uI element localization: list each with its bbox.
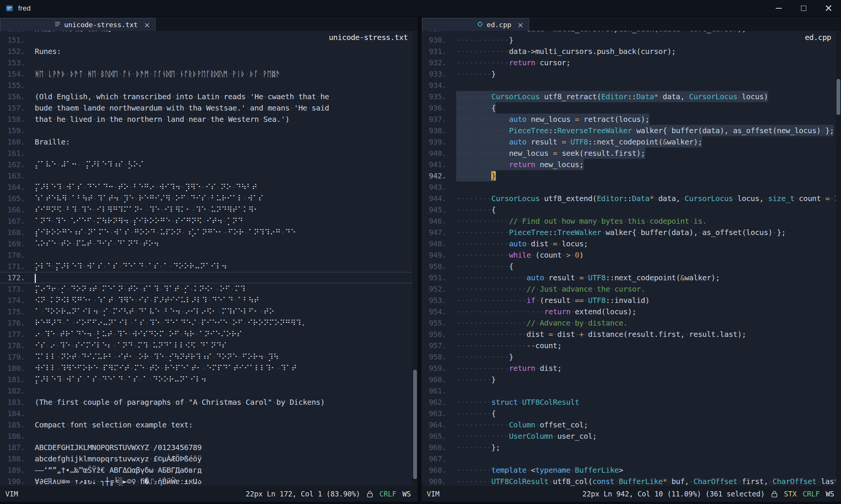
code-line[interactable]: 169.⠡⠕⠎⠑·⠞⠕·⠏⠥⠞·⠙⠊⠎·⠙⠁⠝⠙·⠞⠕⠲ — [0, 238, 418, 249]
code-line[interactable]: 935.········CursorLocus·utf8_retract(Edi… — [421, 91, 841, 102]
code-line[interactable]: 963.········{ — [421, 408, 841, 419]
code-line[interactable]: 937.············auto·new_locus·=·retract… — [421, 114, 841, 125]
code-line[interactable]: 957.················--count; — [421, 340, 841, 351]
code-line[interactable]: 955.················//·Advance·by·distan… — [421, 317, 841, 329]
line-text[interactable]: ········{ — [456, 102, 496, 114]
line-text[interactable]: ········} — [456, 170, 496, 181]
code-line[interactable]: 946.············//·Find·out·how·many·byt… — [421, 215, 841, 227]
code-line[interactable]: 944.········CursorLocus·utf8_extend(Edit… — [421, 193, 841, 204]
code-line[interactable]: 931.············data->multi_cursors.push… — [421, 46, 841, 57]
maximize-button[interactable] — [791, 0, 816, 16]
line-text[interactable]: ⠎⠊⠛⠝⠫·⠃⠹·⠹⠑·⠊⠇⠻⠛⠹⠍⠁⠝⠂·⠹⠑·⠊⠇⠻⠅⠂·⠹⠑·⠥⠝⠙⠻⠞⠁… — [35, 204, 259, 215]
minimize-button[interactable] — [766, 0, 791, 16]
code-line[interactable]: 175.⠁·⠙⠕⠕⠗⠤⠝⠁⠊⠇⠲·⡊·⠍⠊⠣⠞·⠙⠁⠧⠑·⠃⠑⠲·⠔⠊⠇⠔⠫⠂·… — [0, 306, 418, 317]
line-text[interactable]: ········} — [456, 374, 496, 385]
pane-divider[interactable] — [418, 17, 421, 502]
code-line[interactable]: 958.············} — [421, 351, 841, 363]
code-line[interactable]: 933.········} — [421, 68, 841, 80]
line-text[interactable]: ∀∂∈ℝ∧∪≡∞·↑↗↨↻⇣·┐┼╔╘░►☺♀·ﬁ�⑀₂ἠḂӥẄɐː⍎אԱა — [35, 476, 201, 486]
line-text[interactable]: ⠩⠁⠇⠇·⠝⠕⠞·⠙⠊⠌⠥⠗⠃·⠊⠞⠂·⠕⠗·⠹⠑·⡊⠳⠝⠞⠗⠹⠰⠎·⠙⠕⠝⠑·… — [35, 351, 278, 363]
editor-right[interactable]: 929.················data->multi_cursors.… — [421, 31, 841, 486]
tab-unicode-stress[interactable]: unicode-stress.txt × — [0, 18, 155, 31]
line-text[interactable]: ················dist·=·dist·+·distance(r… — [456, 329, 746, 340]
code-line[interactable]: 947.············PieceTree::TreeWalker·wa… — [421, 227, 841, 238]
code-line[interactable]: 950.············{ — [421, 261, 841, 272]
line-text[interactable]: ········} — [456, 68, 496, 80]
code-line[interactable]: 934. — [421, 80, 841, 91]
code-line[interactable]: 158.that·he·lived·in·the·northern·land·n… — [0, 114, 418, 125]
code-line[interactable]: 187.ABCDEFGHIJKLMNOPQRSTUVWXYZ·/01234567… — [0, 442, 418, 453]
line-text[interactable]: ⠊⠎·⠔·⠹⠑·⠎⠊⠍⠊⠇⠑⠆·⠁⠝⠙·⠍⠹·⠥⠝⠙⠁⠇⠇⠪⠫·⠙⠁⠝⠙⠎ — [35, 340, 227, 351]
code-line[interactable]: 952.················//·Just·advance·the·… — [421, 283, 841, 295]
line-text[interactable]: ⠪⠝·⠅⠝⠪⠇⠫⠛⠑⠂·⠱⠁⠞·⠹⠻⠑·⠊⠎·⠏⠜⠞⠊⠊⠥⠇⠜⠇⠹·⠙⠑⠁⠙·⠁… — [35, 295, 259, 306]
line-text[interactable]: Runes: — [35, 46, 61, 57]
line-text[interactable]: Compact·font·selection·example·text: — [35, 419, 193, 430]
line-text[interactable]: ············} — [456, 351, 514, 363]
code-line[interactable]: 177.⠔·⠹⠑·⠞⠗⠁⠙⠑⠲·⡃⠥⠞·⠹⠑·⠺⠊⠎⠙⠕⠍·⠕⠋·⠳⠗·⠁⠝⠊⠑… — [0, 329, 418, 340]
code-line[interactable]: 942.········} — [421, 170, 841, 181]
line-text[interactable]: ⡎⠊⠗⠕⠕⠛⠑⠰⠎·⠝⠁⠍⠑·⠺⠁⠎·⠛⠕⠕⠙·⠥⠏⠕⠝·⠰⡡⠁⠝⠛⠑⠂·⠋⠕⠗… — [35, 227, 296, 238]
line-text[interactable]: ⡍⠜⠇⠑⠹·⠺⠁⠎·⠙⠑⠁⠙⠒·⠞⠕·⠃⠑⠛⠔·⠺⠊⠹⠲·⡹⠻⠑·⠊⠎·⠝⠕·⠙… — [35, 181, 257, 193]
line-text[interactable]: ············PieceTree::TreeWalker·walker… — [456, 227, 786, 238]
line-text[interactable]: ⡍⠔⠙⠖·⡊·⠙⠕⠝⠰⠞·⠍⠑⠁⠝·⠞⠕·⠎⠁⠹·⠹⠁⠞·⡊·⠅⠝⠪⠂·⠕⠋·⠍… — [35, 283, 245, 295]
line-text[interactable]: ············//·Find·out·how·many·bytes·t… — [456, 215, 707, 227]
code-line[interactable]: 190.∀∂∈ℝ∧∪≡∞·↑↗↨↻⇣·┐┼╔╘░►☺♀·ﬁ�⑀₂ἠḂӥẄɐː⍎א… — [0, 476, 418, 486]
line-text[interactable]: ················if·(result·==·UTF8::inva… — [456, 295, 650, 306]
line-text[interactable]: ············} — [456, 34, 514, 46]
line-text[interactable]: ⡌⠁⠧⠑·⠼⠁⠒··⡍⠜⠇⠑⠹⠰⠎·⡣⠕⠌ — [35, 159, 144, 170]
code-line[interactable]: 155. — [0, 80, 418, 91]
line-text[interactable]: ············auto·result·=·UTF8::next_cod… — [456, 136, 702, 148]
code-line[interactable]: 930.············} — [421, 34, 841, 46]
line-text[interactable]: ⠺⠊⠇⠇·⠹⠻⠑⠋⠕⠗⠑·⠏⠻⠍⠊⠞·⠍⠑·⠞⠕·⠗⠑⠏⠑⠁⠞⠂·⠑⠍⠏⠙⠁⠞⠊… — [35, 363, 297, 374]
line-text[interactable]: ················//·Advance·by·distance. — [456, 317, 627, 329]
code-line[interactable]: 162.⡌⠁⠧⠑·⠼⠁⠒··⡍⠜⠇⠑⠹⠰⠎·⡣⠕⠌ — [0, 159, 418, 170]
code-line[interactable]: 161. — [0, 148, 418, 159]
code-line[interactable]: 962.········struct·UTF8ColResult — [421, 396, 841, 408]
code-line[interactable]: 156.(Old·English,·which·transcribed·into… — [0, 91, 418, 102]
line-text[interactable]: (Old·English,·which·transcribed·into·Lat… — [35, 91, 329, 102]
code-line[interactable]: 951.················auto·result·=·UTF8::… — [421, 272, 841, 283]
code-line[interactable]: 167.⠁⠝⠙·⠹⠑·⠡⠊⠑⠋·⠍⠳⠗⠝⠻⠲·⡎⠊⠗⠕⠕⠛⠑·⠎⠊⠛⠝⠫·⠊⠞⠲… — [0, 215, 418, 227]
code-line[interactable]: 164.⡍⠜⠇⠑⠹·⠺⠁⠎·⠙⠑⠁⠙⠒·⠞⠕·⠃⠑⠛⠔·⠺⠊⠹⠲·⡹⠻⠑·⠊⠎·… — [0, 181, 418, 193]
code-line[interactable]: 160.Braille: — [0, 136, 418, 148]
line-text[interactable]: ⡕⠇⠙·⡍⠜⠇⠑⠹·⠺⠁⠎·⠁⠎·⠙⠑⠁⠙·⠁⠎·⠁·⠙⠕⠕⠗⠤⠝⠁⠊⠇⠲ — [35, 261, 227, 272]
editor-left[interactable]: 150.እግርህን·በፍራሽህ·ልክ·ዘርጋ።151.152.Runes:153… — [0, 31, 418, 486]
code-line[interactable]: 932.············return·cursor; — [421, 57, 841, 68]
code-line[interactable]: 152.Runes: — [0, 46, 418, 57]
code-line[interactable]: 953.················if·(result·==·UTF8::… — [421, 295, 841, 306]
code-line[interactable]: 929.················data->multi_cursors.… — [421, 31, 841, 34]
code-line[interactable]: 956.················dist·=·dist·+·distan… — [421, 329, 841, 340]
code-line[interactable]: 961. — [421, 385, 841, 396]
code-line[interactable]: 189.–—‘“”„†•…‰™œŠŸž€·ΑΒΓΔΩαβγδω·АБВГДабв… — [0, 464, 418, 476]
line-text[interactable]: ············auto·dist·=·locus; — [456, 238, 588, 249]
line-text[interactable]: ············Column·offset_col; — [456, 419, 588, 430]
code-line[interactable]: 964.············Column·offset_col; — [421, 419, 841, 430]
code-line[interactable]: 940.············new_locus·=·seek(result.… — [421, 148, 841, 159]
line-text[interactable]: ············PieceTree::ReverseTreeWalker… — [456, 125, 834, 136]
line-text[interactable]: (The·first·couple·of·paragraphs·of·"A·Ch… — [35, 396, 325, 408]
line-text[interactable]: ····················return·extend(locus)… — [456, 306, 637, 317]
line-text[interactable]: ········CursorLocus·utf8_retract(Editor:… — [456, 91, 768, 102]
line-text[interactable]: ⠔·⠹⠑·⠞⠗⠁⠙⠑⠲·⡃⠥⠞·⠹⠑·⠺⠊⠎⠙⠕⠍·⠕⠋·⠳⠗·⠁⠝⠊⠑⠌⠕⠗⠎ — [35, 329, 242, 340]
code-line[interactable]: 948.············auto·dist·=·locus; — [421, 238, 841, 249]
line-text[interactable]: ⠁·⠙⠕⠕⠗⠤⠝⠁⠊⠇⠲·⡊·⠍⠊⠣⠞·⠙⠁⠧⠑·⠃⠑⠲·⠔⠊⠇⠔⠫⠂·⠍⠹⠎⠑… — [35, 306, 274, 317]
line-text[interactable]: bude·thaem·lande·northweardum·with·tha·W… — [35, 102, 329, 114]
line-text[interactable]: ⠁⠝⠙·⠹⠑·⠡⠊⠑⠋·⠍⠳⠗⠝⠻⠲·⡎⠊⠗⠕⠕⠛⠑·⠎⠊⠛⠝⠫·⠊⠞⠲·⡁⠝⠙ — [35, 215, 243, 227]
code-line[interactable]: 174.⠪⠝·⠅⠝⠪⠇⠫⠛⠑⠂·⠱⠁⠞·⠹⠻⠑·⠊⠎·⠏⠜⠞⠊⠊⠥⠇⠜⠇⠹·⠙⠑… — [0, 295, 418, 306]
code-line[interactable]: 180.⠺⠊⠇⠇·⠹⠻⠑⠋⠕⠗⠑·⠏⠻⠍⠊⠞·⠍⠑·⠞⠕·⠗⠑⠏⠑⠁⠞⠂·⠑⠍⠏… — [0, 363, 418, 374]
code-line[interactable]: 949.············while·(count·>·0) — [421, 249, 841, 261]
line-text[interactable]: ············return·dist; — [456, 363, 562, 374]
line-text[interactable]: እግርህን·በፍራሽህ·ልክ·ዘርጋ። — [35, 31, 117, 34]
code-line[interactable]: 966.········}; — [421, 442, 841, 453]
line-text[interactable]: ········CursorLocus·utf8_extend(Editor::… — [456, 193, 841, 204]
line-text[interactable]: –—‘“”„†•…‰™œŠŸž€·ΑΒΓΔΩαβγδω·АБВГДабвгд — [35, 464, 201, 476]
code-line[interactable]: 969.········UTF8ColResult·utf8_col(const… — [421, 476, 841, 486]
code-line[interactable]: 954.····················return·extend(lo… — [421, 306, 841, 317]
code-line[interactable]: 968.········template·<typename·BufferLik… — [421, 464, 841, 476]
scrollbar-right[interactable] — [836, 31, 841, 486]
code-line[interactable]: 163. — [0, 170, 418, 181]
code-line[interactable]: 178.⠊⠎·⠔·⠹⠑·⠎⠊⠍⠊⠇⠑⠆·⠁⠝⠙·⠍⠹·⠥⠝⠙⠁⠇⠇⠪⠫·⠙⠁⠝⠙… — [0, 340, 418, 351]
line-text[interactable]: ············return·cursor; — [456, 57, 570, 68]
code-line[interactable]: 186. — [0, 430, 418, 442]
code-line[interactable]: 943. — [421, 181, 841, 193]
